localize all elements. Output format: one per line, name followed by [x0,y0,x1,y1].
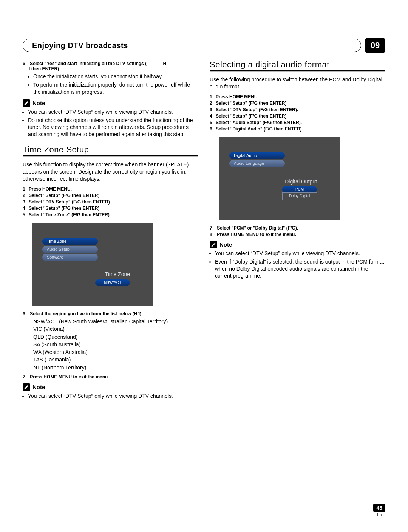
note-item: You can select “DTV Setup” only while vi… [215,250,385,257]
page-lang: En [373,513,385,517]
note-label: Note [219,241,232,248]
note-header: Note [23,383,198,391]
digital-audio-screenshot: Digital Audio Audio Language Digital Out… [219,137,340,220]
sub-bullet: To perform the initialization properly, … [33,81,198,96]
menu-tab-dim: Audio Setup [42,246,98,253]
audio-step-7: 7 Select "PCM" or "Dolby Digital" (F/G). [210,225,385,231]
note-item: Even if “Dolby Digital” is selected, the… [215,258,385,280]
audio-step-8: 8 Press HOME MENU to exit the menu. [210,232,385,237]
note-label: Note [32,384,45,390]
region-list: NSW/ACT (New South Wales/Australian Capi… [33,318,198,371]
time-zone-heading: Time Zone Setup [23,145,198,155]
step-tail: then [31,66,41,71]
glyph-placeholder: ENTER). [42,66,60,71]
panel-label: Digital Output [285,178,317,185]
chapter-title-pill: Enjoying DTV broadcasts [23,39,361,52]
note-list: You can select “DTV Setup” only while vi… [215,250,385,280]
menu-tab-active: Digital Audio [229,152,285,159]
chapter-header: Enjoying DTV broadcasts 09 [23,38,385,53]
note-list: You can select “DTV Setup” only while vi… [28,109,198,138]
sub-bullet: Once the initialization starts, you cann… [33,73,198,80]
menu-tab-dim: Software [42,254,98,261]
option-selected: NSW/ACT [95,279,130,286]
note-header: Note [210,241,385,248]
audio-step: 1Press HOME MENU. [210,94,385,99]
section-rule [210,70,385,72]
region-item: VIC (Victoria) [33,325,198,333]
region-item: TAS (Tasmania) [33,356,198,363]
pencil-icon [210,241,217,248]
menu-tab-active: Time Zone [42,238,98,245]
audio-step: 4Select "Setup" (F/G then ENTER). [210,113,385,119]
tz-step: 3Select "DTV Setup" (F/G then ENTER). [23,199,198,205]
region-item: QLD (Queensland) [33,333,198,341]
left-column: 6 Select "Yes" and start initializing al… [23,60,198,404]
menu-tab-dim: Audio Language [229,160,285,167]
tz-step: 5Select "Time Zone" (F/G then ENTER). [23,212,198,217]
note-list: You can select “DTV Setup” only while vi… [28,392,198,400]
init-sub-bullets: Once the initialization starts, you cann… [33,73,198,96]
region-item: NT (Northern Territory) [33,364,198,371]
right-column: Selecting a digital audio format Use the… [210,60,385,404]
note-item: Do not choose this option unless you und… [28,117,198,138]
audio-step: 6Select "Digital Audio" (F/G then ENTER)… [210,126,385,132]
tz-step: 2Select "Setup" (F/G then ENTER). [23,193,198,198]
step-number: 6 [23,61,29,66]
panel-label: Time Zone [105,271,130,277]
time-zone-intro: Use this function to display the correct… [23,161,198,183]
option-selected: PCM [282,186,317,193]
tz-step-7: 7 Press HOME MENU to exit the menu. [23,374,198,380]
tz-step: 4Select "Setup" (F/G then ENTER). [23,206,198,211]
init-step-6: 6 Select "Yes" and start initializing al… [23,61,198,71]
note-label: Note [32,100,45,106]
tz-step-6: 6 Select the region you live in from the… [23,311,198,316]
glyph-placeholder: H [163,61,166,66]
note-item: You can select “DTV Setup” only while vi… [28,392,198,400]
option-unselected: Dolby Digital [282,192,317,200]
pencil-icon [23,383,30,391]
region-item: NSW/ACT (New South Wales/Australian Capi… [33,318,198,325]
pencil-icon [23,99,30,107]
audio-step: 5Select "Audio Setup" (F/G then ENTER). [210,120,385,125]
audio-heading: Selecting a digital audio format [210,60,385,70]
chapter-number-badge: 09 [365,38,385,53]
audio-intro: Use the following procedure to switch be… [210,76,385,90]
section-rule [23,155,198,157]
page-number-badge: 43 [373,504,385,512]
region-item: SA (South Australia) [33,341,198,348]
glyph-placeholder: I [29,66,30,71]
audio-step: 2Select "Setup" (F/G then ENTER). [210,101,385,106]
step-text: Select "Yes" and start initializing all … [30,61,147,66]
chapter-title: Enjoying DTV broadcasts [32,41,128,50]
note-item: You can select “DTV Setup” only while vi… [28,109,198,116]
time-zone-screenshot: Time Zone Audio Setup Software Time Zone… [32,223,153,306]
audio-step: 3Select "DTV Setup" (F/G then ENTER). [210,107,385,112]
tz-step: 1Press HOME MENU. [23,186,198,192]
page-footer: 43 En [373,504,385,517]
note-header: Note [23,99,198,107]
region-item: WA (Western Australia) [33,348,198,356]
chapter-number: 09 [371,40,380,50]
